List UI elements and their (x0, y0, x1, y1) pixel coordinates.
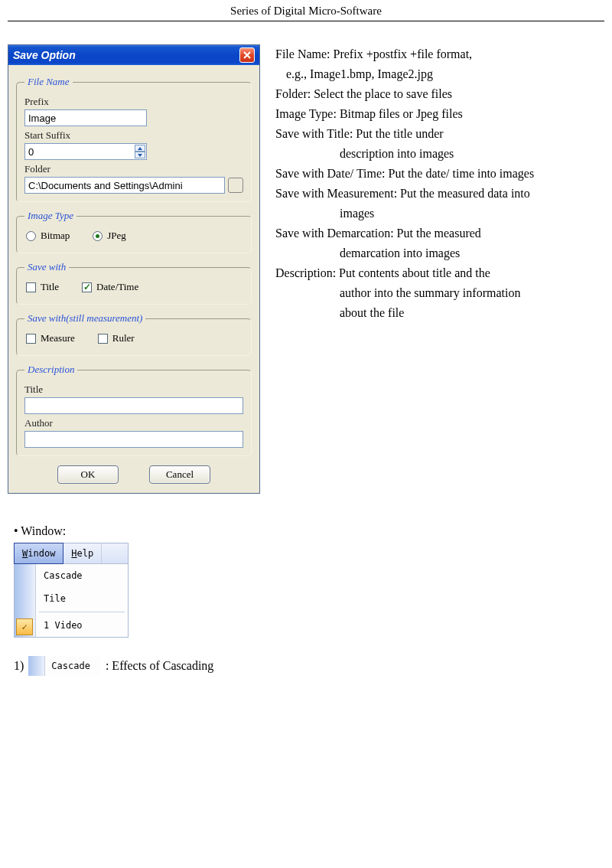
window-bullet: • Window: (14, 524, 598, 538)
prefix-label: Prefix (24, 96, 243, 108)
suffix-label: Start Suffix (24, 129, 243, 142)
imagetype-legend: Image Type (24, 210, 76, 222)
savewith-still-legend: Save with(still measurement) (24, 312, 145, 325)
explanation-text: File Name: Prefix +postfix +file format,… (275, 44, 604, 494)
explain-line: e.g., Image1.bmp, Image2.jpg (275, 64, 604, 84)
savewith-still-group: Save with(still measurement) Measure Rul… (16, 312, 252, 356)
ok-button[interactable]: OK (57, 465, 119, 484)
prefix-input[interactable] (24, 109, 147, 126)
bitmap-radio[interactable]: Bitmap (26, 230, 70, 242)
ruler-checkbox[interactable]: Ruler (98, 332, 135, 344)
menu-cascade-label: ascade (49, 570, 82, 581)
menu-tile[interactable]: Tile (36, 587, 128, 610)
explain-line: Save with Demarcation: Put the measured (275, 224, 604, 243)
suffix-spin-up[interactable] (135, 145, 145, 152)
cascade-chip-label: ascade (57, 661, 90, 671)
explain-line: about the file (275, 303, 604, 323)
explain-line: Image Type: Bitmap files or Jpeg files (275, 104, 604, 124)
description-legend: Description (24, 364, 77, 376)
page-header: Series of Digital Micro-Software (8, 0, 604, 21)
radio-icon (93, 231, 103, 241)
desc-author-label: Author (24, 417, 243, 429)
savewith-legend: Save with (24, 261, 69, 273)
menu-separator (39, 612, 125, 612)
filename-group: File Name Prefix Start Suffix Folder (16, 76, 252, 202)
dialog-title: Save Option (13, 49, 76, 61)
savewith-group: Save with Title ✓ Date/Time (16, 261, 252, 305)
folder-browse-button[interactable] (228, 178, 243, 193)
menu-tile-label: ile (49, 593, 66, 604)
ruler-checkbox-label: Ruler (112, 332, 135, 344)
datetime-checkbox-label: Date/Time (96, 281, 138, 293)
explain-line: Description: Put contents about title an… (275, 263, 604, 283)
desc-author-input[interactable] (24, 431, 243, 448)
close-icon (243, 51, 251, 59)
title-checkbox-label: Title (41, 281, 59, 293)
title-checkbox[interactable]: Title (26, 281, 59, 293)
desc-title-label: Title (24, 383, 243, 396)
explain-line: Save with Title: Put the title under (275, 124, 604, 144)
jpeg-radio[interactable]: JPeg (93, 230, 126, 242)
measure-checkbox-label: Measure (41, 332, 75, 344)
menu-video[interactable]: 1 Video (36, 614, 128, 637)
window-menu-screenshot: Window Help ✓ Cascade Tile 1 Video (14, 543, 129, 638)
cascade-chip[interactable]: Cascade (28, 656, 101, 676)
menu-cascade[interactable]: Cascade (36, 564, 128, 587)
explain-line: File Name: Prefix +postfix +file format, (275, 44, 604, 64)
filename-legend: File Name (24, 76, 73, 88)
folder-input[interactable] (24, 177, 225, 194)
checkbox-icon: ✓ (82, 282, 92, 292)
menu-side-icon (28, 656, 45, 676)
explain-line: Save with Date/ Time: Put the date/ time… (275, 164, 604, 184)
cascade-effects-text: : Effects of Cascading (106, 659, 213, 673)
desc-title-input[interactable] (24, 397, 243, 414)
explain-line: images (275, 204, 604, 224)
suffix-input[interactable] (24, 143, 147, 160)
menubar-window-label: indow (28, 548, 55, 559)
checkbox-icon (98, 334, 108, 344)
explain-line: author into the summary information (275, 283, 604, 303)
datetime-checkbox[interactable]: ✓ Date/Time (82, 281, 138, 293)
save-option-dialog: Save Option File Name Prefix Start Suffi… (8, 44, 260, 494)
checkbox-icon (26, 282, 36, 292)
menubar-window[interactable]: Window (14, 543, 63, 564)
explain-line: description into images (275, 144, 604, 164)
description-group: Description Title Author (16, 364, 252, 456)
jpeg-radio-label: JPeg (107, 230, 126, 242)
explain-line: demarcation into images (275, 243, 604, 263)
imagetype-group: Image Type Bitmap JPeg (16, 210, 252, 253)
menubar-help-label: elp (77, 548, 94, 559)
list-number: 1) (14, 659, 24, 673)
cancel-button[interactable]: Cancel (149, 465, 210, 484)
folder-label: Folder (24, 163, 243, 175)
close-button[interactable] (239, 47, 255, 63)
explain-line: Folder: Select the place to save files (275, 84, 604, 104)
checkbox-icon (26, 334, 36, 344)
menubar-help[interactable]: Help (63, 543, 102, 563)
measure-checkbox[interactable]: Measure (26, 332, 75, 344)
bitmap-radio-label: Bitmap (41, 230, 70, 242)
check-icon: ✓ (16, 618, 33, 635)
radio-icon (26, 231, 36, 241)
explain-line: Save with Measurement: Put the measured … (275, 184, 604, 204)
chevron-up-icon (138, 147, 142, 150)
suffix-spin-down[interactable] (135, 152, 145, 158)
chevron-down-icon (138, 154, 142, 157)
dialog-titlebar[interactable]: Save Option (8, 45, 259, 65)
menu-video-label: Video (49, 620, 82, 631)
